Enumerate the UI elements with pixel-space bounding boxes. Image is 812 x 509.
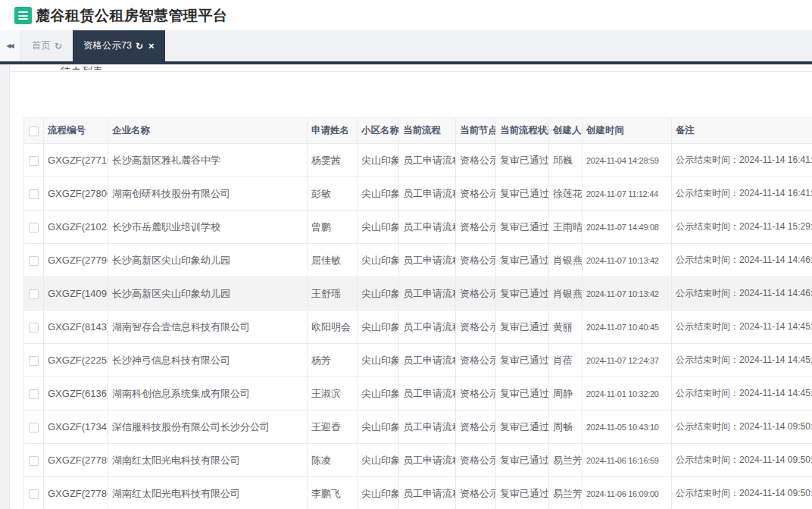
- select-all-cell: [24, 118, 44, 144]
- table-row: GXGZF(27715)长沙高新区雅礼麓谷中学杨雯茜尖山印象员工申请流程资格公示…: [24, 144, 812, 177]
- refresh-icon[interactable]: ↻: [55, 41, 62, 52]
- community-name: 尖山印象: [358, 244, 399, 277]
- current-flow: 员工申请流程: [399, 411, 456, 444]
- current-flow: 员工申请流程: [399, 244, 456, 277]
- current-flow: 员工申请流程: [399, 211, 456, 244]
- app-header: 麓谷租赁公租房智慧管理平台: [0, 0, 812, 30]
- col-current-flow: 当前流程: [399, 118, 456, 144]
- row-checkbox[interactable]: [29, 489, 39, 499]
- create-time: 2024-11-07 11:12:44: [582, 177, 672, 211]
- table-row: GXGZF(1734)深信服科技股份有限公司长沙分公司王迎香尖山印象员工申请流程…: [24, 411, 812, 444]
- community-name: 尖山印象: [358, 344, 399, 377]
- creator: 王雨晴: [549, 211, 582, 244]
- remark: 公示结束时间：2024-11-14 14:45:52: [672, 311, 812, 344]
- create-time: 2024-11-07 10:40:45: [582, 311, 672, 344]
- flow-status: 复审已通过: [496, 444, 549, 477]
- process-id: GXGZF(8143): [44, 311, 108, 344]
- page-title: 麓谷租赁公租房智慧管理平台: [36, 6, 228, 26]
- tab-bar: ◀◀ 首页 ↻ 资格公示73 ↻ ×: [0, 30, 812, 61]
- current-flow: 员工申请流程: [399, 144, 456, 177]
- process-id: GXGZF(1734): [44, 411, 108, 444]
- row-checkbox[interactable]: [29, 356, 39, 366]
- row-checkbox[interactable]: [29, 423, 39, 432]
- flow-status: 复审已通过: [496, 244, 549, 277]
- applicant-name: 杨雯茜: [308, 144, 358, 177]
- remark: 公示结束时间：2024-11-14 14:46:01: [672, 277, 812, 311]
- table-row: GXGZF(27800)湖南创研科技股份有限公司彭敏尖山印象员工申请流程资格公示…: [24, 177, 812, 211]
- col-applicant-name: 申请姓名: [308, 118, 358, 144]
- collapse-sidebar-icon[interactable]: ◀◀: [0, 30, 21, 61]
- community-name: 尖山印象: [358, 211, 399, 244]
- table-row: GXGZF(8143)湖南智存合壹信息科技有限公司欧阳明会尖山印象员工申请流程资…: [24, 311, 812, 344]
- table-header-row: 流程编号 企业名称 申请姓名 小区名称 当前流程 当前节点 当前流程状态 创建人…: [24, 118, 812, 144]
- create-time: 2024-11-01 10:32:20: [582, 377, 672, 411]
- creator: 周静: [549, 377, 582, 411]
- flow-status: 复审已通过: [496, 211, 549, 244]
- col-flow-status: 当前流程状态: [496, 118, 549, 144]
- flow-status: 复审已通过: [496, 177, 549, 211]
- remark: 公示结束时间：2024-11-14 15:29:01: [672, 211, 812, 244]
- process-id: GXGZF(27796): [44, 244, 108, 277]
- community-name: 尖山印象: [358, 311, 399, 344]
- flow-status: 复审已通过: [496, 477, 549, 509]
- creator: 肖银燕: [549, 277, 582, 311]
- process-id: GXGZF(27786): [44, 477, 108, 509]
- remark: 公示结束时间：2024-11-14 09:50:31: [672, 411, 812, 444]
- row-checkbox[interactable]: [29, 189, 39, 199]
- remark: 公示结束时间：2024-11-14 09:50:18: [672, 477, 812, 509]
- row-checkbox[interactable]: [29, 156, 39, 166]
- remark: 公示结束时间：2024-11-14 14:45:44: [672, 344, 812, 377]
- tab-home[interactable]: 首页 ↻: [21, 30, 73, 61]
- creator: 黄丽: [549, 311, 582, 344]
- row-select-cell: [24, 244, 44, 277]
- creator: 易兰芳: [549, 477, 582, 509]
- community-name: 尖山印象: [358, 277, 399, 311]
- create-time: 2024-11-07 10:13:42: [582, 277, 672, 311]
- applicant-name: 彭敏: [308, 177, 358, 211]
- publicity-table: 流程编号 企业名称 申请姓名 小区名称 当前流程 当前节点 当前流程状态 创建人…: [23, 117, 812, 509]
- panel-divider: [10, 71, 812, 72]
- company-name: 深信服科技股份有限公司长沙分公司: [108, 411, 308, 444]
- tab-qualification-publicity[interactable]: 资格公示73 ↻ ×: [73, 30, 165, 61]
- create-time: 2024-11-06 16:09:00: [582, 477, 672, 509]
- create-time: 2024-11-07 14:49:08: [582, 211, 672, 244]
- create-time: 2024-11-04 14:28:59: [582, 144, 672, 177]
- row-checkbox[interactable]: [29, 223, 39, 233]
- close-icon[interactable]: ×: [148, 40, 155, 52]
- applicant-name: 王迎香: [308, 411, 358, 444]
- current-flow: 员工申请流程: [399, 444, 456, 477]
- company-name: 长沙市岳麓职业培训学校: [108, 211, 308, 244]
- row-checkbox[interactable]: [29, 323, 39, 333]
- create-time: 2024-11-07 12:24:37: [582, 344, 672, 377]
- row-checkbox[interactable]: [29, 289, 39, 299]
- flow-status: 复审已通过: [496, 311, 549, 344]
- company-name: 湖南智存合壹信息科技有限公司: [108, 311, 308, 344]
- row-checkbox[interactable]: [29, 256, 39, 266]
- row-select-cell: [24, 177, 44, 211]
- current-node: 资格公示: [456, 377, 496, 411]
- col-community-name: 小区名称: [358, 118, 399, 144]
- community-name: 尖山印象: [358, 444, 399, 477]
- process-id: GXGZF(6136): [44, 377, 108, 411]
- applicant-name: 屈佳敏: [308, 244, 358, 277]
- refresh-icon[interactable]: ↻: [136, 41, 143, 52]
- table-row: GXGZF(27786)湖南红太阳光电科技有限公司李鹏飞尖山印象员工申请流程资格…: [24, 477, 812, 509]
- company-name: 长沙高新区尖山印象幼儿园: [108, 244, 308, 277]
- remark: 公示结束时间：2024-11-14 14:45:34: [672, 377, 812, 411]
- company-name: 湖南红太阳光电科技有限公司: [108, 477, 308, 509]
- applicant-name: 陈凌: [308, 444, 358, 477]
- menu-icon[interactable]: [14, 7, 32, 24]
- current-node: 资格公示: [456, 277, 496, 311]
- row-checkbox[interactable]: [29, 389, 39, 399]
- select-all-checkbox[interactable]: [29, 126, 39, 136]
- community-name: 尖山印象: [358, 144, 399, 177]
- table-row: GXGZF(22258)长沙神弓信息科技有限公司杨芳尖山印象员工申请流程资格公示…: [24, 344, 812, 377]
- current-flow: 员工申请流程: [399, 344, 456, 377]
- creator: 肖银燕: [549, 244, 582, 277]
- applicant-name: 杨芳: [308, 344, 358, 377]
- applicant-name: 李鹏飞: [308, 477, 358, 509]
- creator: 徐莲花: [549, 177, 582, 211]
- current-node: 资格公示: [456, 244, 496, 277]
- col-current-node: 当前节点: [456, 118, 496, 144]
- row-checkbox[interactable]: [29, 456, 39, 466]
